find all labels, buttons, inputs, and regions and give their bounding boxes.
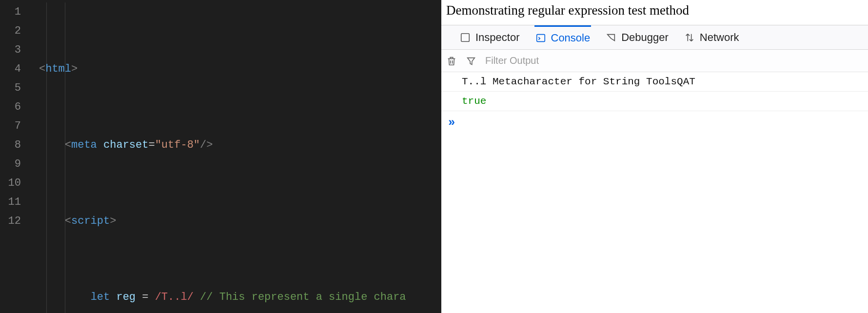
trash-icon[interactable]: [446, 56, 457, 66]
line-number: 10: [0, 174, 21, 193]
tag-bracket: <: [65, 139, 71, 151]
browser-pane: Demonstrating regular expression test me…: [441, 0, 868, 313]
space: [110, 291, 116, 303]
debugger-icon: [606, 32, 616, 43]
rendered-page: Demonstrating regular expression test me…: [441, 0, 868, 25]
line-number: 6: [0, 98, 21, 117]
devtools-tabbar: Inspector Console Debugger Network: [441, 25, 868, 50]
attr-name: charset: [103, 139, 148, 151]
tag-name: html: [45, 63, 71, 75]
space: [194, 291, 200, 303]
equals: =: [148, 139, 155, 151]
line-number: 2: [0, 21, 21, 40]
tab-console[interactable]: Console: [534, 25, 592, 49]
keyword-let: let: [91, 291, 110, 303]
tab-network[interactable]: Network: [683, 25, 740, 49]
svg-rect-1: [461, 33, 470, 41]
line-number: 4: [0, 59, 21, 78]
filter-output-input[interactable]: [485, 55, 863, 66]
line-number: 7: [0, 117, 21, 136]
tab-label: Inspector: [475, 31, 520, 44]
console-prompt[interactable]: »: [441, 111, 868, 134]
line-number: 1: [0, 2, 21, 21]
line-number: 5: [0, 78, 21, 98]
tag-bracket: <: [65, 215, 71, 227]
console-log-row: T..l Metacharacter for String ToolsQAT: [441, 72, 868, 92]
code-line[interactable]: <script>: [39, 212, 441, 231]
space: [97, 139, 103, 151]
inspector-icon: [460, 32, 471, 43]
devtools-panel: Inspector Console Debugger Network: [441, 25, 868, 313]
line-number: 3: [0, 40, 21, 59]
space: [136, 291, 142, 303]
line-number: 12: [0, 212, 21, 231]
tab-label: Network: [700, 31, 739, 44]
line-number-gutter: 1 2 3 4 5 6 7 8 9 10 11 12: [0, 0, 27, 313]
code-line[interactable]: <meta charset="utf-8"/>: [39, 136, 441, 155]
tag-bracket: <: [39, 63, 45, 75]
code-editor[interactable]: 1 2 3 4 5 6 7 8 9 10 11 12 <html> <meta …: [0, 0, 441, 313]
tab-inspector[interactable]: Inspector: [459, 25, 521, 49]
console-icon: [535, 33, 546, 43]
tab-label: Console: [551, 32, 591, 44]
tab-label: Debugger: [621, 31, 669, 44]
regex-literal: /T..l/: [155, 291, 194, 303]
line-number: 8: [0, 136, 21, 155]
tag-name: script: [71, 215, 110, 227]
network-icon: [684, 32, 695, 43]
line-number: 9: [0, 155, 21, 174]
svg-rect-2: [536, 34, 545, 41]
console-output[interactable]: T..l Metacharacter for String ToolsQAT t…: [441, 72, 868, 313]
tag-name: meta: [71, 139, 97, 151]
string: "utf-8": [155, 139, 200, 151]
prompt-chevron-icon: »: [448, 116, 455, 129]
code-area[interactable]: <html> <meta charset="utf-8"/> <script> …: [27, 0, 441, 313]
line-number: 11: [0, 193, 21, 212]
variable: reg: [116, 291, 136, 303]
equals: =: [142, 291, 148, 303]
tab-debugger[interactable]: Debugger: [605, 25, 670, 49]
filter-icon[interactable]: [466, 56, 476, 66]
tag-bracket: />: [200, 139, 213, 151]
console-toolbar: [441, 50, 868, 72]
code-line[interactable]: <html>: [39, 59, 441, 78]
tag-bracket: >: [71, 63, 78, 75]
tag-bracket: >: [110, 215, 116, 227]
space: [148, 291, 155, 303]
comment: // This represent a single chara: [200, 291, 406, 303]
code-line[interactable]: let reg = /T..l/ // This represent a sin…: [39, 288, 441, 307]
page-body-text: Demonstrating regular expression test me…: [446, 3, 689, 18]
console-log-row: true: [441, 92, 868, 111]
